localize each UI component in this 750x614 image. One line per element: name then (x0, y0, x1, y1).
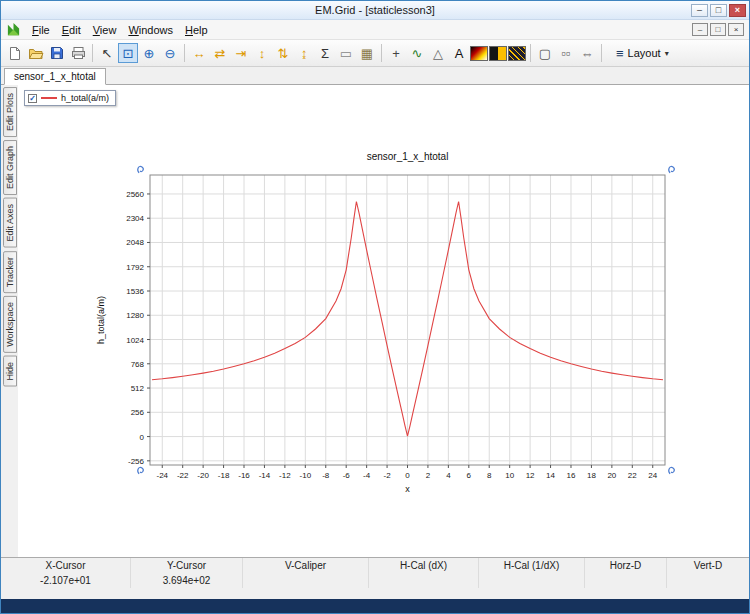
mdi-close-button[interactable]: × (728, 23, 744, 36)
taskbar-strip (1, 599, 749, 613)
menu-bar: FileEditViewWindowsHelp – □ × (1, 20, 749, 40)
compress-y-tool-icon[interactable]: ⇅ (273, 43, 293, 63)
mdi-minimize-button[interactable]: – (692, 23, 708, 36)
svg-text:8: 8 (487, 471, 492, 480)
svg-text:256: 256 (131, 408, 145, 417)
new-file-icon[interactable] (5, 43, 25, 63)
svg-text:768: 768 (131, 360, 145, 369)
toolbar: ↖⊡⊕⊖↔⇄⇥↕⇅↨Σ▭▦+∿△A▢▫▫⇔≡Layout▾ (1, 40, 749, 67)
chart-area: ✓ h_total(a/m) -24-22-20-18-16-14-12-10-… (18, 85, 749, 557)
contour-tool-icon[interactable] (508, 46, 526, 61)
status-bar-values: -2.107e+013.694e+02 (1, 573, 749, 588)
side-tab-strip: Edit PlotsEdit GraphEdit AxesTrackerWork… (1, 85, 18, 557)
chart-canvas[interactable]: -24-22-20-18-16-14-12-10-8-6-4-202468101… (80, 140, 688, 502)
side-tab-hide[interactable]: Hide (3, 356, 17, 387)
side-tab-edit-axes[interactable]: Edit Axes (3, 198, 17, 248)
side-tab-tracker[interactable]: Tracker (3, 251, 17, 293)
svg-text:24: 24 (648, 471, 657, 480)
autoscale-tool-icon[interactable]: Σ (315, 43, 335, 63)
status-value-x-cursor: -2.107e+01 (1, 573, 131, 588)
print-icon[interactable] (68, 43, 88, 63)
toolbar-separator (92, 44, 93, 62)
status-header-h-cal-dx: H-Cal (dX) (369, 558, 479, 573)
legend-label: h_total(a/m) (61, 93, 109, 103)
svg-text:16: 16 (567, 471, 576, 480)
v-caliper-toggle-icon[interactable]: ▫▫ (556, 43, 576, 63)
menu-windows[interactable]: Windows (122, 22, 179, 38)
status-header-vert-d: Vert-D (667, 558, 749, 573)
mdi-restore-button[interactable]: □ (710, 23, 726, 36)
svg-text:0: 0 (140, 433, 145, 442)
fit-y-tool-icon[interactable]: ↨ (294, 43, 314, 63)
zoom-region-tool-icon[interactable]: ⊡ (118, 43, 138, 63)
svg-text:h_total(a/m): h_total(a/m) (96, 296, 106, 344)
toolbar-separator (601, 44, 602, 62)
grid-tool-icon[interactable]: ▦ (357, 43, 377, 63)
close-button[interactable]: × (729, 4, 746, 17)
svg-text:-24: -24 (156, 471, 168, 480)
status-value-horz-d (585, 573, 667, 588)
status-header-x-cursor: X-Cursor (1, 558, 131, 573)
minimize-button[interactable]: – (691, 4, 708, 17)
svg-text:4: 4 (446, 471, 451, 480)
svg-text:-22: -22 (177, 471, 189, 480)
svg-text:2560: 2560 (126, 190, 144, 199)
tracker-tool-icon[interactable]: ∿ (407, 43, 427, 63)
legend-checkbox[interactable]: ✓ (28, 94, 37, 103)
svg-text:-8: -8 (322, 471, 330, 480)
svg-text:22: 22 (628, 471, 637, 480)
h-caliper-toggle-icon[interactable]: ▢ (535, 43, 555, 63)
status-bar-filler (1, 588, 749, 599)
expand-y-tool-icon[interactable]: ↕ (252, 43, 272, 63)
svg-text:-10: -10 (300, 471, 312, 480)
svg-text:-6: -6 (343, 471, 351, 480)
svg-text:1024: 1024 (126, 336, 144, 345)
menu-edit[interactable]: Edit (56, 22, 87, 38)
side-tab-edit-plots[interactable]: Edit Plots (3, 87, 17, 137)
svg-text:1792: 1792 (126, 263, 144, 272)
zoom-in-tool-icon[interactable]: ⊕ (139, 43, 159, 63)
svg-text:2048: 2048 (126, 238, 144, 247)
save-file-icon[interactable] (47, 43, 67, 63)
side-tab-edit-graph[interactable]: Edit Graph (3, 140, 17, 195)
legend-line-sample-icon (41, 97, 57, 99)
mdi-window-controls: – □ × (692, 23, 746, 36)
menu-file[interactable]: File (26, 22, 56, 38)
svg-text:2: 2 (426, 471, 431, 480)
zoom-out-tool-icon[interactable]: ⊖ (160, 43, 180, 63)
pointer-tool-icon[interactable]: ↖ (97, 43, 117, 63)
toolbar-separator (381, 44, 382, 62)
fit-x-tool-icon[interactable]: ⇥ (231, 43, 251, 63)
status-header-v-caliper: V-Caliper (243, 558, 369, 573)
svg-text:20: 20 (607, 471, 616, 480)
maximize-button[interactable]: □ (710, 4, 727, 17)
svg-text:10: 10 (505, 471, 514, 480)
open-file-icon[interactable] (26, 43, 46, 63)
intensity-tool-icon[interactable] (489, 46, 507, 61)
svg-text:18: 18 (587, 471, 596, 480)
slope-tool-icon[interactable]: △ (428, 43, 448, 63)
svg-text:14: 14 (546, 471, 555, 480)
svg-text:x: x (405, 484, 410, 494)
menu-help[interactable]: Help (179, 22, 214, 38)
add-marker-tool-icon[interactable]: + (386, 43, 406, 63)
tab-sensor-1-x-htotal[interactable]: sensor_1_x_htotal (4, 68, 106, 85)
toolbar-separator (530, 44, 531, 62)
add-text-tool-icon[interactable]: A (449, 43, 469, 63)
width-toggle-icon[interactable]: ⇔ (577, 43, 597, 63)
side-tab-workspace[interactable]: Workspace (3, 296, 17, 353)
legend: ✓ h_total(a/m) (24, 90, 116, 106)
expand-x-tool-icon[interactable]: ↔ (189, 43, 209, 63)
svg-text:2304: 2304 (126, 214, 144, 223)
app-logo-icon (6, 22, 21, 37)
status-header-horz-d: Horz-D (585, 558, 667, 573)
svg-text:6: 6 (467, 471, 472, 480)
svg-text:1280: 1280 (126, 311, 144, 320)
chevron-down-icon: ▾ (665, 49, 669, 58)
compress-x-tool-icon[interactable]: ⇄ (210, 43, 230, 63)
window-controls: – □ × (691, 4, 749, 17)
menu-view[interactable]: View (87, 22, 123, 38)
colormap-tool-icon[interactable] (470, 46, 488, 61)
layout-button[interactable]: ≡Layout▾ (609, 44, 676, 63)
caliper-tool-icon[interactable]: ▭ (336, 43, 356, 63)
